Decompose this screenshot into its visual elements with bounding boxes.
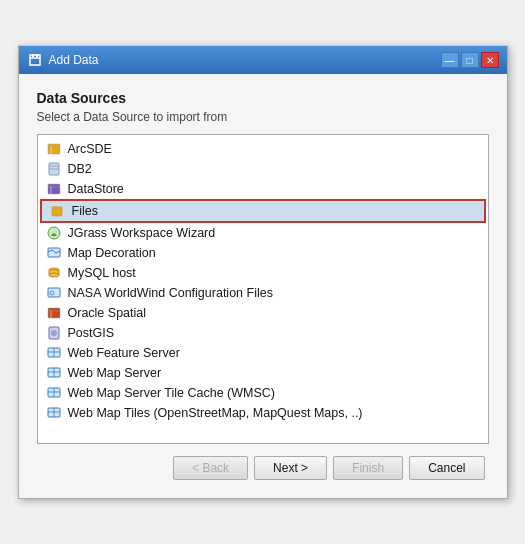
svg-point-20 (49, 273, 59, 277)
list-item-mysql[interactable]: MySQL host (38, 263, 488, 283)
postgis-icon (46, 325, 62, 341)
data-source-list[interactable]: ArcSDEDB2DataStoreFilesJGrass Workspace … (37, 134, 489, 444)
arcsde-icon (46, 141, 62, 157)
nasa-icon (46, 285, 62, 301)
svg-rect-5 (48, 144, 60, 147)
minimize-button[interactable]: — (441, 52, 459, 68)
map-decoration-label: Map Decoration (68, 246, 156, 260)
section-subtitle: Select a Data Source to import from (37, 110, 489, 124)
title-bar-left: Add Data (27, 52, 99, 68)
mysql-label: MySQL host (68, 266, 136, 280)
list-item-map-decoration[interactable]: Map Decoration (38, 243, 488, 263)
jgrass-label: JGrass Workspace Wizard (68, 226, 216, 240)
jgrass-icon (46, 225, 62, 241)
list-item-jgrass[interactable]: JGrass Workspace Wizard (38, 223, 488, 243)
window-icon (27, 52, 43, 68)
svg-rect-2 (32, 54, 34, 57)
oracle-icon (46, 305, 62, 321)
datastore-icon (46, 181, 62, 197)
cancel-button[interactable]: Cancel (409, 456, 484, 480)
nasa-label: NASA WorldWind Configuration Files (68, 286, 273, 300)
wmsc-label: Web Map Server Tile Cache (WMSC) (68, 386, 275, 400)
section-title: Data Sources (37, 90, 489, 106)
db2-label: DB2 (68, 162, 92, 176)
list-item-files[interactable]: Files (40, 199, 486, 223)
list-item-oracle[interactable]: Oracle Spatial (38, 303, 488, 323)
db2-icon (46, 161, 62, 177)
wmsc-icon (46, 385, 62, 401)
svg-rect-3 (36, 54, 38, 57)
list-item-wfs[interactable]: Web Feature Server (38, 343, 488, 363)
title-bar: Add Data — □ ✕ (19, 46, 507, 74)
datastore-label: DataStore (68, 182, 124, 196)
wfs-icon (46, 345, 62, 361)
svg-rect-0 (30, 55, 40, 65)
next-button[interactable]: Next > (254, 456, 327, 480)
svg-rect-17 (48, 248, 60, 257)
wmts-label: Web Map Tiles (OpenStreetMap, MapQuest M… (68, 406, 363, 420)
mysql-icon (46, 265, 62, 281)
list-item-postgis[interactable]: PostGIS (38, 323, 488, 343)
map-decoration-icon (46, 245, 62, 261)
files-icon (50, 203, 66, 219)
oracle-label: Oracle Spatial (68, 306, 147, 320)
wms-icon (46, 365, 62, 381)
svg-rect-24 (48, 308, 60, 311)
list-item-db2[interactable]: DB2 (38, 159, 488, 179)
back-button[interactable]: < Back (173, 456, 248, 480)
svg-rect-11 (48, 184, 60, 187)
button-row: < Back Next > Finish Cancel (37, 444, 489, 488)
list-item-arcsde[interactable]: ArcSDE (38, 139, 488, 159)
wmts-icon (46, 405, 62, 421)
list-item-datastore[interactable]: DataStore (38, 179, 488, 199)
wfs-label: Web Feature Server (68, 346, 180, 360)
arcsde-label: ArcSDE (68, 142, 112, 156)
content-area: Data Sources Select a Data Source to imp… (19, 74, 507, 498)
list-item-wms[interactable]: Web Map Server (38, 363, 488, 383)
svg-rect-15 (54, 206, 57, 208)
finish-button[interactable]: Finish (333, 456, 403, 480)
close-button[interactable]: ✕ (481, 52, 499, 68)
title-controls: — □ ✕ (441, 52, 499, 68)
files-label: Files (72, 204, 98, 218)
window-title: Add Data (49, 53, 99, 67)
wms-label: Web Map Server (68, 366, 162, 380)
maximize-button[interactable]: □ (461, 52, 479, 68)
list-item-nasa[interactable]: NASA WorldWind Configuration Files (38, 283, 488, 303)
postgis-label: PostGIS (68, 326, 115, 340)
svg-point-27 (51, 330, 57, 336)
add-data-window: Add Data — □ ✕ Data Sources Select a Dat… (18, 45, 508, 499)
list-item-wmts[interactable]: Web Map Tiles (OpenStreetMap, MapQuest M… (38, 403, 488, 423)
list-item-wmsc[interactable]: Web Map Server Tile Cache (WMSC) (38, 383, 488, 403)
